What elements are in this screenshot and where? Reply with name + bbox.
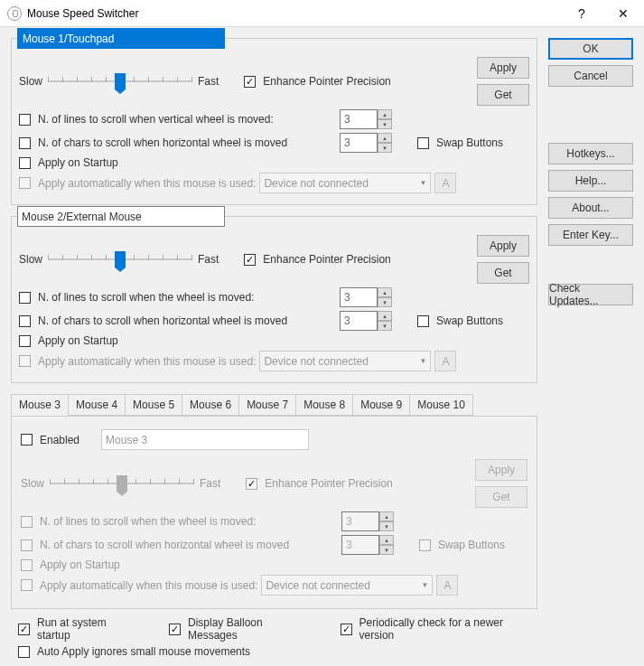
down-arrow-icon: ▼ bbox=[379, 521, 394, 531]
mouse3-enabled-label: Enabled bbox=[40, 434, 79, 446]
down-arrow-icon[interactable]: ▼ bbox=[378, 119, 392, 129]
tab-mouse-5[interactable]: Mouse 5 bbox=[125, 394, 182, 416]
mouse1-auto-checkbox bbox=[19, 177, 31, 189]
auto-apply-checkbox[interactable] bbox=[18, 646, 30, 658]
mouse3-lines-label: N. of lines to scroll when the wheel is … bbox=[40, 515, 338, 528]
mouse2-startup-checkbox[interactable] bbox=[19, 335, 31, 347]
help-button[interactable]: ? bbox=[561, 0, 602, 27]
fast-label: Fast bbox=[200, 477, 220, 490]
mouse3-lines-spinner: ▲▼ bbox=[341, 511, 394, 531]
about-button[interactable]: About... bbox=[548, 197, 633, 219]
mouse2-lines-label: N. of lines to scroll when the wheel is … bbox=[38, 291, 336, 304]
mouse1-swap-checkbox[interactable] bbox=[417, 137, 429, 149]
up-arrow-icon[interactable]: ▲ bbox=[378, 109, 392, 119]
mouse2-device-dropdown: Device not connected▼ bbox=[259, 351, 431, 371]
mouse1-section: Slow Fast Enhance Pointer Precision Appl… bbox=[11, 38, 537, 205]
mouse2-enhance-label: Enhance Pointer Precision bbox=[263, 253, 390, 266]
mouse2-swap-checkbox[interactable] bbox=[417, 315, 429, 327]
mouse1-chars-label: N. of chars to scroll when horizontal wh… bbox=[38, 136, 336, 149]
mouse2-section: Slow Fast Enhance Pointer Precision Appl… bbox=[11, 216, 537, 383]
run-startup-label: Run at system startup bbox=[37, 616, 136, 642]
titlebar: Mouse Speed Switcher ? ✕ bbox=[0, 0, 644, 27]
mouse1-auto-label: Apply automatically when this mouse is u… bbox=[38, 177, 256, 190]
tab-mouse-4[interactable]: Mouse 4 bbox=[68, 394, 126, 416]
mouse1-speed-slider[interactable] bbox=[48, 68, 192, 95]
mouse2-auto-label: Apply automatically when this mouse is u… bbox=[38, 355, 256, 368]
mouse2-a-button: A bbox=[434, 351, 456, 371]
mouse1-device-dropdown: Device not connected▼ bbox=[259, 173, 431, 193]
check-version-label: Periodically check for a newer version bbox=[359, 616, 530, 642]
bottom-options: Run at system startup Display Balloon Me… bbox=[11, 609, 537, 665]
down-arrow-icon[interactable]: ▼ bbox=[378, 297, 392, 307]
up-arrow-icon[interactable]: ▲ bbox=[378, 133, 392, 143]
chevron-down-icon: ▼ bbox=[420, 179, 427, 187]
mouse1-chars-spinner[interactable]: ▲▼ bbox=[340, 133, 392, 153]
check-updates-button[interactable]: Check Updates... bbox=[548, 284, 633, 305]
tab-mouse-10[interactable]: Mouse 10 bbox=[409, 394, 473, 416]
cancel-button[interactable]: Cancel bbox=[548, 65, 633, 87]
mouse1-name-input[interactable] bbox=[17, 28, 225, 49]
mouse3-lines-checkbox bbox=[21, 516, 33, 528]
mouse1-startup-label: Apply on Startup bbox=[38, 156, 118, 169]
mouse1-lines-spinner[interactable]: ▲▼ bbox=[340, 109, 392, 129]
tab-mouse-7[interactable]: Mouse 7 bbox=[238, 394, 296, 416]
tab-mouse-6[interactable]: Mouse 6 bbox=[182, 394, 239, 416]
mouse3-enabled-checkbox[interactable] bbox=[21, 434, 33, 446]
mouse1-enhance-checkbox[interactable] bbox=[244, 76, 256, 88]
mouse3-device-dropdown: Device not connected▼ bbox=[261, 575, 433, 596]
mouse-tabs: Mouse 3 Mouse 4 Mouse 5 Mouse 6 Mouse 7 … bbox=[11, 394, 537, 417]
mouse3-section: Enabled Slow Fast Enhance Pointer Precis… bbox=[11, 416, 537, 609]
auto-apply-label: Auto Apply ignores small mouse movements bbox=[37, 645, 250, 658]
up-arrow-icon[interactable]: ▲ bbox=[378, 287, 392, 297]
mouse1-get-button[interactable]: Get bbox=[477, 84, 529, 106]
mouse1-lines-label: N. of lines to scroll when vertical whee… bbox=[38, 113, 336, 126]
app-icon bbox=[7, 6, 22, 21]
mouse3-chars-label: N. of chars to scroll when horizontal wh… bbox=[40, 539, 338, 551]
mouse3-chars-checkbox bbox=[21, 539, 33, 551]
check-version-checkbox[interactable] bbox=[341, 624, 352, 635]
slow-label: Slow bbox=[21, 477, 44, 490]
run-startup-checkbox[interactable] bbox=[18, 624, 30, 635]
mouse2-startup-label: Apply on Startup bbox=[38, 334, 118, 347]
tab-mouse-8[interactable]: Mouse 8 bbox=[295, 394, 353, 416]
tab-mouse-3[interactable]: Mouse 3 bbox=[11, 394, 69, 416]
mouse1-a-button: A bbox=[434, 173, 456, 193]
mouse2-lines-checkbox[interactable] bbox=[19, 292, 31, 304]
mouse2-name-input[interactable] bbox=[17, 206, 225, 227]
close-button[interactable]: ✕ bbox=[602, 0, 644, 27]
fast-label: Fast bbox=[198, 75, 219, 88]
tab-mouse-9[interactable]: Mouse 9 bbox=[352, 394, 410, 416]
mouse2-lines-spinner[interactable]: ▲▼ bbox=[340, 287, 392, 307]
down-arrow-icon[interactable]: ▼ bbox=[378, 143, 392, 153]
mouse3-swap-label: Swap Buttons bbox=[438, 539, 505, 551]
balloon-label: Display Balloon Messages bbox=[188, 616, 307, 642]
hotkeys-button[interactable]: Hotkeys... bbox=[548, 143, 633, 164]
mouse2-speed-slider[interactable] bbox=[48, 246, 192, 273]
mouse2-chars-spinner[interactable]: ▲▼ bbox=[340, 311, 392, 331]
mouse1-swap-label: Swap Buttons bbox=[436, 136, 503, 149]
mouse2-chars-checkbox[interactable] bbox=[19, 315, 31, 327]
up-arrow-icon[interactable]: ▲ bbox=[378, 311, 392, 321]
help-button[interactable]: Help... bbox=[548, 170, 633, 192]
mouse3-auto-label: Apply automatically when this mouse is u… bbox=[40, 579, 257, 592]
mouse1-chars-checkbox[interactable] bbox=[19, 137, 31, 149]
slow-label: Slow bbox=[19, 75, 42, 88]
down-arrow-icon[interactable]: ▼ bbox=[378, 321, 392, 331]
mouse3-swap-checkbox bbox=[419, 539, 431, 551]
mouse1-apply-button[interactable]: Apply bbox=[477, 57, 529, 79]
enter-key-button[interactable]: Enter Key... bbox=[548, 224, 633, 246]
mouse1-lines-checkbox[interactable] bbox=[19, 114, 31, 126]
mouse3-chars-spinner: ▲▼ bbox=[341, 535, 394, 555]
mouse2-get-button[interactable]: Get bbox=[477, 262, 529, 284]
mouse3-enhance-checkbox bbox=[246, 478, 257, 490]
mouse2-chars-label: N. of chars to scroll when horizontal wh… bbox=[38, 314, 336, 327]
mouse2-apply-button[interactable]: Apply bbox=[477, 235, 529, 257]
mouse1-startup-checkbox[interactable] bbox=[19, 157, 31, 169]
mouse3-enhance-label: Enhance Pointer Precision bbox=[265, 477, 392, 490]
mouse3-apply-button: Apply bbox=[475, 459, 527, 481]
mouse2-auto-checkbox bbox=[19, 355, 31, 367]
mouse3-startup-label: Apply on Startup bbox=[40, 558, 120, 571]
balloon-checkbox[interactable] bbox=[169, 624, 181, 635]
mouse2-enhance-checkbox[interactable] bbox=[244, 254, 256, 266]
ok-button[interactable]: OK bbox=[548, 38, 633, 60]
